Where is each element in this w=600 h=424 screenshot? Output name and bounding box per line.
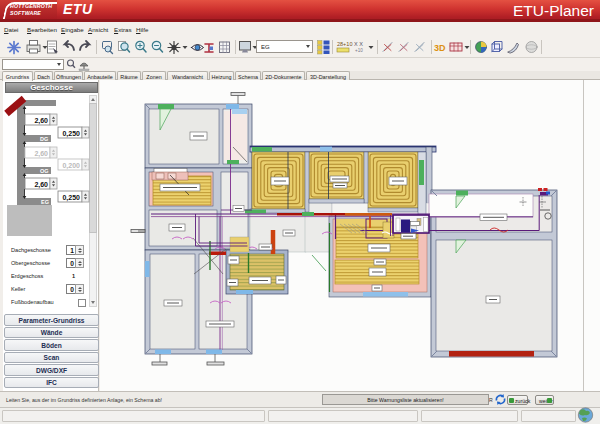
svg-text:28+10: 28+10	[337, 41, 352, 47]
svg-text:+10: +10	[355, 48, 363, 53]
svg-text:OG: OG	[40, 168, 49, 174]
svg-text:2,60: 2,60	[34, 117, 48, 125]
svg-text:0,250: 0,250	[62, 194, 80, 202]
svg-text:2,60: 2,60	[34, 181, 48, 189]
svg-text:X X: X X	[354, 41, 363, 47]
svg-text:EG: EG	[41, 199, 49, 205]
svg-text:3D: 3D	[434, 43, 446, 53]
svg-text:0,250: 0,250	[62, 130, 80, 138]
svg-text:DG: DG	[40, 136, 48, 142]
svg-text:0,200: 0,200	[62, 162, 80, 170]
svg-text:2,60: 2,60	[34, 150, 48, 158]
